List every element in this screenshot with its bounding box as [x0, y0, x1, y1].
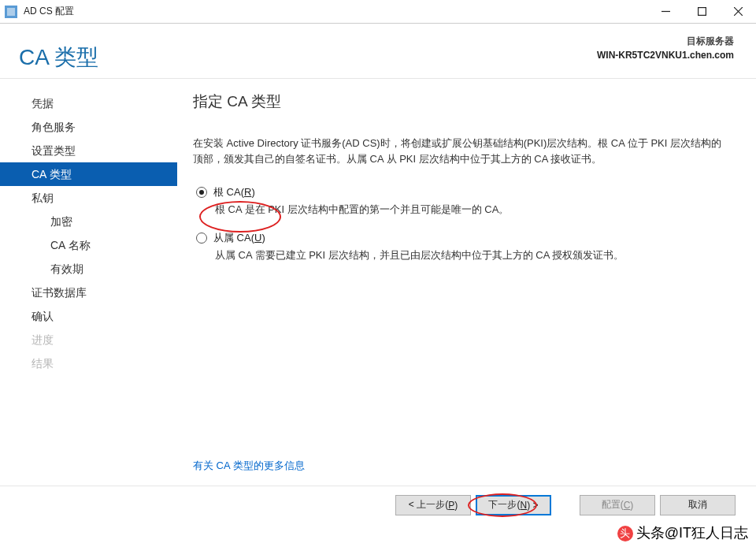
content-heading: 指定 CA 类型 — [193, 91, 724, 112]
sidebar-item: 结果 — [0, 352, 177, 375]
sidebar-item[interactable]: 角色服务 — [0, 115, 177, 139]
next-button[interactable]: 下一步(N) > — [476, 495, 551, 515]
sidebar-item[interactable]: 确认 — [0, 304, 177, 328]
more-info-link[interactable]: 有关 CA 类型的更多信息 — [193, 459, 305, 473]
sidebar-item: 进度 — [0, 328, 177, 352]
app-icon — [5, 6, 17, 18]
previous-button[interactable]: < 上一步(P) — [395, 495, 471, 515]
sidebar-item[interactable]: 设置类型 — [0, 139, 177, 162]
wizard-header: CA 类型 目标服务器 WIN-KR5TC2VNKU1.chen.com — [0, 24, 756, 79]
minimize-button[interactable] — [647, 0, 684, 24]
sidebar-item[interactable]: CA 名称 — [0, 233, 177, 257]
radio-description: 根 CA 是在 PKI 层次结构中配置的第一个并且可能是唯一的 CA。 — [215, 203, 724, 217]
target-server-label: 目标服务器 — [597, 35, 734, 48]
radio-option[interactable]: 从属 CA(U)从属 CA 需要已建立 PKI 层次结构，并且已由层次结构中位于… — [196, 231, 724, 262]
intro-paragraph: 在安装 Active Directory 证书服务(AD CS)时，将创建或扩展… — [193, 136, 724, 166]
sidebar-item[interactable]: 私钥 — [0, 186, 177, 210]
titlebar: AD CS 配置 — [0, 0, 756, 24]
sidebar-item[interactable]: 有效期 — [0, 257, 177, 281]
radio-label: 根 CA(R) — [213, 185, 255, 199]
window-controls — [647, 0, 756, 24]
watermark-icon: 头 — [617, 526, 633, 541]
wizard-footer: < 上一步(P) 下一步(N) > 配置(C) 取消 — [0, 486, 756, 523]
sidebar-item[interactable]: 凭据 — [0, 91, 177, 115]
radio-indicator[interactable] — [196, 233, 207, 244]
wizard-sidebar: 凭据角色服务设置类型CA 类型私钥加密CA 名称有效期证书数据库确认进度结果 — [0, 79, 177, 486]
configure-button: 配置(C) — [580, 495, 655, 515]
svg-rect-1 — [698, 8, 706, 16]
sidebar-item[interactable]: 加密 — [0, 210, 177, 233]
target-server-block: 目标服务器 WIN-KR5TC2VNKU1.chen.com — [597, 35, 734, 61]
radio-indicator[interactable] — [196, 187, 207, 198]
radio-label: 从属 CA(U) — [213, 231, 265, 245]
wizard-body: 凭据角色服务设置类型CA 类型私钥加密CA 名称有效期证书数据库确认进度结果 指… — [0, 79, 756, 486]
radio-description: 从属 CA 需要已建立 PKI 层次结构，并且已由层次结构中位于其上方的 CA … — [215, 248, 724, 262]
window-title: AD CS 配置 — [24, 5, 74, 18]
close-button[interactable] — [720, 0, 756, 24]
target-server-name: WIN-KR5TC2VNKU1.chen.com — [597, 50, 734, 61]
sidebar-item[interactable]: 证书数据库 — [0, 281, 177, 304]
sidebar-item[interactable]: CA 类型 — [0, 162, 177, 186]
page-title: CA 类型 — [19, 43, 98, 73]
watermark: 头头条@IT狂人日志 — [617, 523, 748, 542]
maximize-button[interactable] — [684, 0, 720, 24]
radio-option[interactable]: 根 CA(R)根 CA 是在 PKI 层次结构中配置的第一个并且可能是唯一的 C… — [196, 185, 724, 217]
cancel-button[interactable]: 取消 — [660, 495, 736, 515]
wizard-content: 指定 CA 类型 在安装 Active Directory 证书服务(AD CS… — [177, 79, 756, 486]
